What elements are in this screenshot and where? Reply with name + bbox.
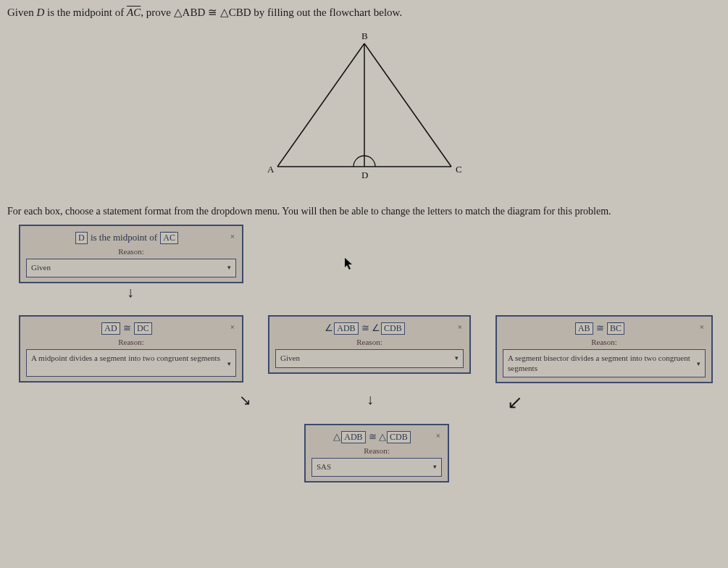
triangle-ABD: △ABD [174,7,206,18]
input-angle[interactable]: ADB [334,322,358,335]
input-angle[interactable]: CDB [381,322,405,335]
triangle-symbol: △ [379,431,386,442]
reason-dropdown[interactable]: SAS ▾ [311,458,442,477]
reason-value: Given [31,263,51,272]
input-segment[interactable]: BC [607,322,624,335]
statement-3: ∠ADB ≅ ∠CDB × [275,321,464,336]
congruent-symbol: ≅ [359,322,372,333]
triangle-svg: A B C D [227,29,502,188]
arrow-down-icon: ↓ [367,391,374,408]
reason-value: Given [280,354,300,362]
chevron-down-icon: ▾ [227,264,231,272]
svg-line-2 [364,43,451,167]
text: by filling out the flowchart below. [251,7,403,18]
reason-dropdown[interactable]: Given ▾ [275,349,464,368]
triangle-CBD: △CBD [220,7,251,18]
angle-symbol: ∠ [325,322,333,333]
angle-symbol: ∠ [372,322,380,333]
close-icon[interactable]: × [230,232,235,241]
triangle-symbol: △ [333,431,340,442]
text: is the midpoint of [44,7,127,18]
close-icon[interactable]: × [700,322,704,331]
reason-label: Reason: [275,338,464,346]
reason-value: A segment bisector divides a segment int… [508,354,690,372]
svg-line-1 [277,43,364,167]
statement-5: △ADB ≅ △CDB × [311,430,442,445]
input-segment[interactable]: AD [101,322,120,335]
proof-card-4: AB ≅ BC × Reason: A segment bisector div… [495,315,713,383]
proof-card-2: AD ≅ DC × Reason: A midpoint divides a s… [19,315,243,383]
reason-value: SAS [317,462,331,471]
var-D: D [36,7,44,18]
reason-label: Reason: [503,338,706,346]
proof-card-conclusion: △ADB ≅ △CDB × Reason: SAS ▾ [304,424,449,483]
input-triangle[interactable]: ADB [341,431,365,443]
arrow-down-icon: ↓ [127,284,134,301]
text: Given [7,7,36,18]
vertex-D: D [361,170,368,180]
input-segment[interactable]: AC [160,232,178,244]
chevron-down-icon: ▾ [433,463,437,472]
vertex-A: A [267,164,275,175]
instructions-text: For each box, choose a statement format … [0,203,728,225]
segment-AC: AC [127,7,141,18]
reason-value: A midpoint divides a segment into two co… [31,354,220,362]
statement-2: AD ≅ DC × [26,321,236,336]
congruent-symbol: ≅ [205,7,220,18]
vertex-C: C [456,164,462,175]
chevron-down-icon: ▾ [697,360,700,369]
reason-label: Reason: [311,446,442,455]
congruent-symbol: ≅ [594,322,607,333]
reason-dropdown[interactable]: Given ▾ [26,259,236,277]
proof-card-3: ∠ADB ≅ ∠CDB × Reason: Given ▾ [268,315,471,374]
arrow-diag-left-icon: ↙ [507,391,523,414]
text: , prove [141,7,173,18]
reason-label: Reason: [26,247,236,256]
chevron-down-icon: ▾ [455,354,459,363]
reason-dropdown[interactable]: A midpoint divides a segment into two co… [26,349,236,377]
close-icon[interactable]: × [436,431,440,440]
statement-4: AB ≅ BC × [503,321,706,336]
flowchart: D is the midpoint of AC × Reason: Given … [0,225,728,529]
cursor-icon [344,257,354,273]
text: is the midpoint of [88,232,160,243]
close-icon[interactable]: × [230,322,235,331]
chevron-down-icon: ▾ [227,360,231,369]
congruent-symbol: ≅ [121,322,134,333]
vertex-B: B [361,30,368,41]
triangle-diagram: A B C D [0,22,728,203]
input-segment[interactable]: DC [134,322,152,335]
problem-statement: Given D is the midpoint of AC, prove △AB… [0,0,728,22]
arrow-diag-right-icon: ↘ [239,391,251,409]
statement-1: D is the midpoint of AC × [26,230,236,246]
reason-dropdown[interactable]: A segment bisector divides a segment int… [503,349,706,377]
reason-label: Reason: [26,338,236,346]
input-point[interactable]: D [75,232,88,244]
proof-card-1: D is the midpoint of AC × Reason: Given … [19,225,243,283]
close-icon[interactable]: × [458,322,462,331]
input-segment[interactable]: AB [575,322,593,335]
input-triangle[interactable]: CDB [387,431,411,443]
congruent-symbol: ≅ [367,431,380,442]
